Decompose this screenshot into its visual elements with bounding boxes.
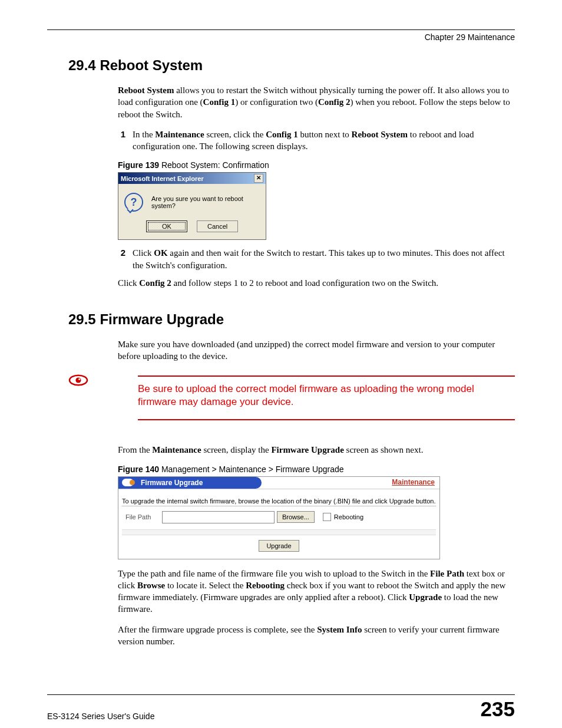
reboot-intro-para: Reboot System allows you to restart the … [118, 84, 515, 120]
upgrade-row: Upgrade [122, 536, 436, 556]
file-path-input[interactable] [162, 511, 275, 523]
panel-header: Firmware Upgrade Maintenance [118, 477, 439, 489]
upgrade-button[interactable]: Upgrade [259, 540, 299, 552]
footer-guide-title: ES-3124 Series User's Guide [47, 711, 154, 721]
bold-text: Reboot System [118, 85, 174, 95]
text: In the [133, 130, 155, 139]
panel-instructions: To upgrade the internal switch firmware,… [122, 494, 436, 506]
browse-button[interactable]: Browse... [277, 511, 315, 523]
text: ) or configuration two ( [235, 97, 318, 107]
figure-139-caption: Figure 139 Reboot System: Confirmation [118, 160, 515, 170]
file-path-label: File Path [125, 513, 162, 521]
bold-text: Firmware Upgrade [271, 445, 343, 454]
page-header: Chapter 29 Maintenance [47, 32, 515, 42]
warning-rule-bottom [138, 419, 515, 420]
figure-label: Figure 139 [118, 160, 159, 170]
bold-text: Config 2 [139, 278, 171, 288]
step-body: In the Maintenance screen, click the Con… [133, 129, 515, 153]
dialog-titlebar: Microsoft Internet Explorer ✕ [118, 173, 266, 184]
bold-text: File Path [430, 569, 464, 578]
eye-icon [68, 374, 88, 386]
figure-title: Reboot System: Confirmation [159, 160, 269, 170]
figure-title: Management > Maintenance > Firmware Upgr… [159, 465, 344, 474]
warning-rule-top [138, 375, 515, 377]
dialog-title-text: Microsoft Internet Explorer [121, 175, 204, 182]
section-29-5-heading: 29.5 Firmware Upgrade [68, 311, 515, 328]
text: From the [118, 445, 152, 454]
firmware-verify-para: After the firmware upgrade process is co… [118, 624, 515, 648]
config2-para: Click Config 2 and follow steps 1 to 2 t… [118, 277, 515, 289]
firmware-nav-para: From the Maintenance screen, display the… [118, 444, 515, 456]
text: screen, display the [201, 445, 272, 454]
bold-text: Config 1 [266, 130, 298, 139]
figure-label: Figure 140 [118, 465, 159, 474]
rebooting-label: Rebooting [334, 513, 363, 521]
bold-text: OK [154, 248, 167, 258]
bold-text: Reboot System [352, 130, 408, 139]
firmware-intro-para: Make sure you have downloaded (and unzip… [118, 338, 515, 363]
page-number: 235 [481, 697, 515, 721]
text: Click [133, 248, 154, 258]
bold-text: Config 2 [318, 97, 351, 107]
page-footer: ES-3124 Series User's Guide 235 [47, 694, 515, 721]
panel-tab: Firmware Upgrade [118, 477, 262, 489]
step-number: 2 [111, 247, 125, 271]
figure-140-caption: Figure 140 Management > Maintenance > Fi… [118, 465, 515, 474]
text: screen as shown next. [344, 445, 424, 454]
question-icon: ? [124, 193, 143, 212]
step-body: Click OK again and then wait for the Swi… [133, 247, 515, 271]
text: to locate it. Select the [165, 581, 246, 590]
panel-tab-label: Firmware Upgrade [141, 479, 203, 487]
cancel-button[interactable]: Cancel [197, 220, 238, 232]
bold-text: Maintenance [155, 130, 204, 139]
dialog-body: ? Are you sure you want to reboot system… [118, 184, 266, 220]
text: Type the path and file name of the firmw… [118, 569, 430, 578]
svg-point-1 [75, 377, 81, 383]
svg-point-2 [78, 378, 80, 380]
confirmation-dialog: Microsoft Internet Explorer ✕ ? Are you … [118, 172, 266, 240]
text: button next to [298, 130, 352, 139]
panel-separator [122, 529, 436, 535]
bold-text: Config 1 [203, 97, 236, 107]
text: Click [118, 278, 139, 288]
dialog-message: Are you sure you want to reboot system? [151, 195, 260, 209]
bold-text: Browse [137, 581, 165, 590]
bold-text: Maintenance [152, 445, 201, 454]
bold-text: Upgrade [409, 592, 442, 602]
text: again and then wait for the Switch to re… [133, 248, 505, 269]
section-29-4-heading: 29.4 Reboot System [68, 57, 515, 74]
rebooting-checkbox[interactable] [323, 513, 331, 521]
close-icon[interactable]: ✕ [254, 174, 263, 183]
step-number: 1 [111, 129, 125, 153]
maintenance-link[interactable]: Maintenance [392, 478, 435, 486]
dialog-button-row: OK Cancel [118, 220, 266, 239]
file-path-row: File Path Browse... Rebooting [122, 510, 436, 528]
warning-text: Be sure to upload the correct model firm… [138, 383, 515, 410]
header-rule [47, 29, 515, 30]
text: and follow steps 1 to 2 to reboot and lo… [171, 278, 438, 288]
bold-text: Rebooting [246, 581, 285, 590]
step-1: 1 In the Maintenance screen, click the C… [111, 129, 515, 153]
warning-callout: Be sure to upload the correct model firm… [68, 371, 515, 427]
text: After the firmware upgrade process is co… [118, 625, 317, 634]
bold-text: System Info [317, 625, 362, 634]
firmware-upgrade-panel: Firmware Upgrade Maintenance To upgrade … [118, 476, 440, 559]
step-2: 2 Click OK again and then wait for the S… [111, 247, 515, 271]
text: screen, click the [204, 130, 266, 139]
ok-button[interactable]: OK [146, 220, 187, 232]
firmware-instructions-para: Type the path and file name of the firmw… [118, 568, 515, 615]
